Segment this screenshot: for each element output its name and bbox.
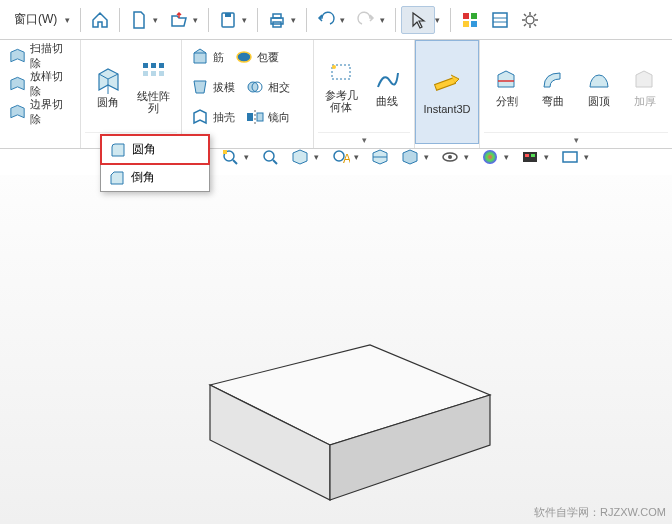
svg-rect-15 [159, 63, 164, 68]
curves-label: 曲线 [376, 95, 398, 107]
sweep-cut-button[interactable]: 扫描切除 [4, 42, 76, 70]
wrap-button[interactable]: 包覆 [230, 43, 283, 71]
svg-rect-8 [471, 21, 477, 27]
loft-cut-label: 放样切除 [30, 69, 72, 99]
svg-rect-7 [463, 21, 469, 27]
home-button[interactable] [86, 6, 114, 34]
shell-button[interactable]: 抽壳 [186, 103, 239, 131]
fillet-label: 圆角 [97, 96, 119, 108]
svg-rect-5 [463, 13, 469, 19]
watermark-text: 软件自学网：RJZXW.COM [534, 505, 666, 520]
dropdown-icon[interactable]: ▾ [65, 15, 75, 25]
svg-rect-42 [525, 154, 529, 157]
new-dropdown[interactable]: ▾ [153, 15, 163, 25]
svg-rect-14 [151, 63, 156, 68]
section-button[interactable] [366, 143, 394, 171]
svg-point-40 [483, 150, 497, 164]
scene-dropdown[interactable]: ▾ [544, 152, 554, 162]
display-style-dropdown[interactable]: ▾ [354, 152, 364, 162]
svg-rect-18 [159, 71, 164, 76]
new-button[interactable] [125, 6, 153, 34]
panel-button[interactable] [486, 6, 514, 34]
shaded-dropdown[interactable]: ▾ [424, 152, 434, 162]
hide-show-dropdown[interactable]: ▾ [464, 152, 474, 162]
undo-button[interactable] [312, 6, 340, 34]
svg-rect-6 [471, 13, 477, 19]
svg-rect-44 [563, 152, 577, 162]
ribbon-group-instant3d: Instant3D [415, 40, 480, 148]
bend-label: 弯曲 [542, 95, 564, 107]
redo-button[interactable] [352, 6, 380, 34]
3d-viewport[interactable] [0, 175, 672, 524]
linear-pattern-label: 线性阵列 [133, 90, 175, 114]
scene-button[interactable] [516, 143, 544, 171]
svg-rect-16 [143, 71, 148, 76]
render-dropdown[interactable]: ▾ [584, 152, 594, 162]
svg-rect-24 [257, 113, 263, 121]
fillet-button[interactable]: 圆角 [85, 42, 131, 132]
view-orient-button[interactable] [286, 143, 314, 171]
linear-pattern-button[interactable]: 线性阵列 [131, 42, 177, 132]
color-button[interactable] [456, 6, 484, 34]
model-box [0, 175, 672, 524]
undo-dropdown[interactable]: ▾ [340, 15, 350, 25]
save-button[interactable] [214, 6, 242, 34]
split-button[interactable]: 分割 [484, 42, 530, 132]
window-menu[interactable]: 窗口(W) [6, 11, 65, 28]
svg-rect-28 [435, 78, 456, 90]
view-orient-dropdown[interactable]: ▾ [314, 152, 324, 162]
loft-cut-button[interactable]: 放样切除 [4, 70, 76, 98]
ribbon-group-ref: 参考几何体 曲线 ▾ [314, 40, 415, 148]
shaded-button[interactable] [396, 143, 424, 171]
appearance-dropdown[interactable]: ▾ [504, 152, 514, 162]
split-label: 分割 [496, 95, 518, 107]
redo-dropdown[interactable]: ▾ [380, 15, 390, 25]
popup-chamfer-item[interactable]: 倒角 [101, 164, 209, 191]
instant3d-button[interactable]: Instant3D [415, 40, 479, 144]
popup-chamfer-label: 倒角 [131, 169, 155, 186]
ref-geom-label: 参考几何体 [320, 89, 362, 113]
save-dropdown[interactable]: ▾ [242, 15, 252, 25]
select-button[interactable] [401, 6, 435, 34]
boundary-cut-button[interactable]: 边界切除 [4, 98, 76, 126]
dome-label: 圆顶 [588, 95, 610, 107]
svg-point-33 [264, 151, 274, 161]
draft-button[interactable]: 拔模 [186, 73, 239, 101]
ref-geom-button[interactable]: 参考几何体 [318, 42, 364, 132]
svg-rect-1 [225, 13, 231, 17]
ribbon-group-misc: 分割 弯曲 圆顶 加厚 ▾ [480, 40, 672, 148]
rib-button[interactable]: 筋 [186, 43, 228, 71]
curves-button[interactable]: 曲线 [364, 42, 410, 132]
dome-button[interactable]: 圆顶 [576, 42, 622, 132]
draft-label: 拔模 [213, 80, 235, 95]
bend-button[interactable]: 弯曲 [530, 42, 576, 132]
hide-show-button[interactable] [436, 143, 464, 171]
print-dropdown[interactable]: ▾ [291, 15, 301, 25]
wrap-label: 包覆 [257, 50, 279, 65]
zoom-fit-dropdown[interactable]: ▾ [244, 152, 254, 162]
open-button[interactable] [165, 6, 193, 34]
open-dropdown[interactable]: ▾ [193, 15, 203, 25]
thicken-button: 加厚 [622, 42, 668, 132]
fillet-popup-menu: 圆角 倒角 [100, 134, 210, 192]
svg-text:A: A [343, 152, 350, 166]
intersect-button[interactable]: 相交 [241, 73, 294, 101]
select-dropdown[interactable]: ▾ [435, 15, 445, 25]
mirror-button[interactable]: 镜向 [241, 103, 294, 131]
render-button[interactable] [556, 143, 584, 171]
zoom-fit-button[interactable] [216, 143, 244, 171]
shell-label: 抽壳 [213, 110, 235, 125]
view-toolbar: ▾ ▾ A▾ ▾ ▾ ▾ ▾ ▾ [216, 143, 594, 171]
popup-fillet-label: 圆角 [132, 141, 156, 158]
svg-line-34 [273, 160, 277, 164]
settings-button[interactable] [516, 6, 544, 34]
display-style-button[interactable]: A [326, 143, 354, 171]
zoom-area-button[interactable] [256, 143, 284, 171]
mirror-label: 镜向 [268, 110, 290, 125]
print-button[interactable] [263, 6, 291, 34]
svg-line-31 [233, 160, 237, 164]
appearance-button[interactable] [476, 143, 504, 171]
svg-point-12 [526, 16, 534, 24]
popup-fillet-item[interactable]: 圆角 [100, 134, 210, 165]
ribbon-group-features: 筋 包覆 拔模 相交 抽壳 镜向 [182, 40, 314, 148]
